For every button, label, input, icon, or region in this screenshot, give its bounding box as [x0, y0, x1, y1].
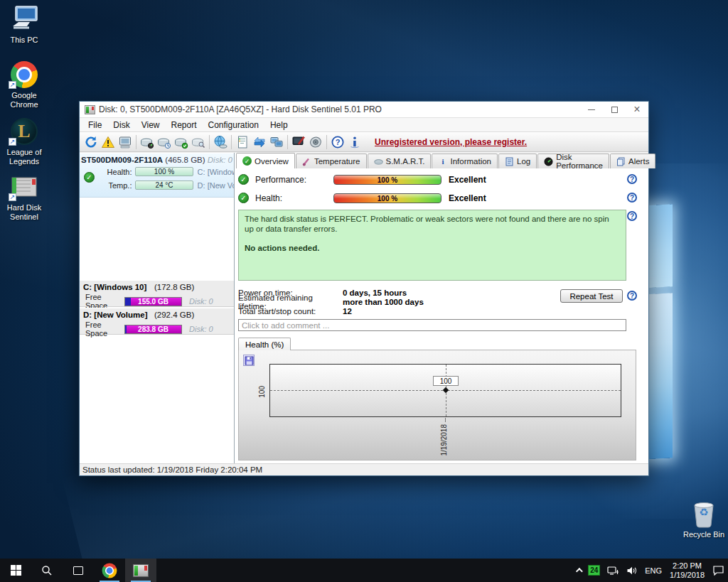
partition-disk-number: Disk: 0 [189, 297, 213, 306]
help-icon[interactable]: ? [329, 134, 346, 151]
repeat-test-button[interactable]: Repeat Test [560, 289, 623, 303]
tab-overview[interactable]: Overview [236, 153, 295, 168]
stat-value: 12 [343, 307, 352, 316]
action-center-button[interactable] [709, 559, 728, 582]
desktop-icon-label: Google Chrome [1, 91, 47, 109]
title-bar[interactable]: Disk: 0, ST500DM009-2F110A [ZA46Q5XZ] - … [80, 102, 648, 118]
menu-configuration[interactable]: Configuration [203, 118, 264, 131]
disk-list-item[interactable]: ST500DM009-2F110A (465.8 GB) Disk: 0 Hea… [80, 153, 234, 198]
performance-row: Performance: 100 % Excellent [238, 173, 486, 185]
partition-item-d[interactable]: D: [New Volume] (292.4 GB) Free Space 28… [80, 308, 234, 335]
tab-smart[interactable]: S.M.A.R.T. [368, 153, 432, 168]
tab-label: Alerts [628, 157, 649, 166]
acoustic-icon[interactable] [307, 134, 324, 151]
partition-item-c[interactable]: C: [Windows 10] (172.8 GB) Free Space 15… [80, 280, 234, 307]
performance-help-icon[interactable]: ? [627, 174, 637, 184]
menu-report[interactable]: Report [165, 118, 202, 131]
thermometer-icon [302, 157, 311, 166]
hard-disk-sentinel-icon [133, 564, 149, 577]
desktop-icon-label: Recycle Bin [681, 530, 727, 539]
free-space-bar: 283.8 GB [124, 325, 182, 334]
maximize-button[interactable] [603, 102, 626, 117]
hard-disk-sentinel-icon [8, 172, 41, 202]
tray-language-button[interactable]: ENG [641, 559, 665, 582]
shortcut-arrow-icon [9, 81, 16, 89]
disk-search-icon[interactable] [190, 134, 207, 151]
status-help-icon[interactable]: ? [627, 211, 637, 221]
health-help-icon[interactable]: ? [627, 193, 637, 203]
tab-log[interactable]: Log [498, 153, 537, 168]
tray-network-button[interactable] [604, 559, 623, 582]
volume-d-ref: D: [New Volume] [198, 181, 234, 190]
close-button[interactable] [626, 102, 648, 117]
desktop-icon-google-chrome[interactable]: Google Chrome [1, 60, 47, 109]
tab-label: Temperature [314, 157, 360, 166]
chevron-up-icon [576, 568, 583, 575]
save-chart-button[interactable] [243, 355, 255, 366]
partition-size: (292.4 GB) [154, 311, 194, 319]
desktop-icon-label: Hard Disk Sentinel [1, 203, 47, 222]
info-icon[interactable] [346, 134, 363, 151]
network-icon [607, 566, 619, 576]
network-disk-icon[interactable] [212, 134, 229, 151]
sync-icon[interactable] [251, 134, 268, 151]
start-button[interactable] [0, 559, 31, 582]
stat-row: Total start/stop count: 12 [238, 306, 424, 316]
refresh-icon[interactable] [82, 134, 100, 151]
health-chart-tab[interactable]: Health (%) [238, 338, 291, 350]
minimize-button[interactable] [580, 102, 603, 117]
comment-input[interactable] [238, 319, 626, 331]
menu-file[interactable]: File [82, 118, 107, 131]
disk-temp-row: Temp.: 24 °C D: [New Volume] [80, 179, 234, 191]
tab-label: S.M.A.R.T. [386, 157, 425, 166]
tray-expand-button[interactable] [572, 559, 584, 582]
tab-information[interactable]: Information [432, 153, 498, 168]
desktop-icon-league-of-legends[interactable]: L League of Legends [1, 117, 47, 166]
desktop-icon-hard-disk-sentinel[interactable]: Hard Disk Sentinel [1, 172, 47, 222]
chart-plot-area: 100 [269, 364, 621, 417]
disk-health-row: Health: 100 % C: [Windows 10] [80, 166, 234, 178]
league-of-legends-icon: L [8, 117, 41, 146]
taskbar-hard-disk-sentinel-button[interactable] [125, 559, 156, 582]
menu-help[interactable]: Help [264, 118, 294, 131]
menu-disk[interactable]: Disk [107, 118, 135, 131]
taskbar-search-button[interactable] [31, 559, 63, 582]
tab-disk-performance[interactable]: Disk Performance [537, 153, 609, 168]
disk-monitor-icon[interactable] [117, 134, 134, 151]
disk-gauge-icon[interactable] [139, 134, 156, 151]
menu-view[interactable]: View [136, 118, 166, 131]
tab-label: Overview [255, 157, 289, 166]
desktop-icon-recycle-bin[interactable]: Recycle Bin [681, 499, 727, 539]
monitor-edit-icon[interactable] [290, 134, 307, 151]
repeat-test-help-icon[interactable]: ? [627, 291, 637, 301]
partition-name: C: [Windows 10] [83, 283, 154, 291]
free-space-value: 283.8 GB [125, 325, 181, 333]
report-icon[interactable] [234, 134, 251, 151]
tray-volume-button[interactable] [623, 559, 641, 582]
register-notice-link[interactable]: Unregistered version, please register. [375, 137, 527, 147]
network-computers-icon[interactable] [268, 134, 285, 151]
disk-number: Disk: 0 [208, 156, 232, 164]
disk-status-textbox: The hard disk status is PERFECT. Problem… [238, 210, 626, 281]
clock-date: 1/19/2018 [670, 571, 705, 580]
desktop-icon-this-pc[interactable]: This PC [1, 4, 47, 45]
partition-name: D: [New Volume] [83, 311, 154, 319]
speaker-icon [626, 566, 638, 576]
task-view-button[interactable] [63, 559, 94, 582]
shortcut-arrow-icon [9, 193, 16, 201]
desktop-icon-label: League of Legends [1, 148, 47, 166]
disk-ok-icon [84, 172, 95, 183]
health-history-chart: 100 100 1/19/2018 [238, 350, 636, 460]
performance-bar: 100 % [333, 175, 441, 185]
tray-hds-temperature-badge[interactable]: 24 [584, 559, 604, 582]
windows-logo-icon [11, 565, 21, 576]
disk-health-icon[interactable] [173, 134, 190, 151]
partition-size: (172.8 GB) [154, 283, 194, 291]
tab-alerts[interactable]: Alerts [610, 153, 655, 168]
status-warning-icon[interactable] [100, 134, 117, 151]
tray-clock-button[interactable]: 2:20 PM 1/19/2018 [665, 559, 709, 582]
taskbar-chrome-button[interactable] [94, 559, 125, 582]
tab-temperature[interactable]: Temperature [296, 153, 367, 168]
y-axis-tick-label: 100 [258, 386, 266, 398]
disk-temperature-icon[interactable] [156, 134, 173, 151]
